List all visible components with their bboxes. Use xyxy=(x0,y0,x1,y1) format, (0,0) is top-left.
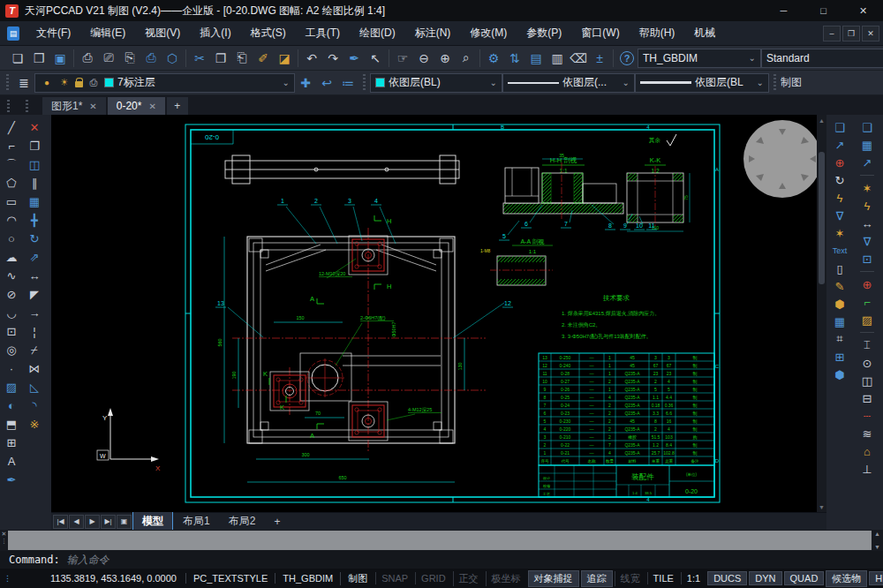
menu-item-11[interactable]: 帮助(H) xyxy=(630,22,685,44)
break-tool-icon[interactable]: ⌿ xyxy=(24,341,45,359)
menu-item-5[interactable]: 工具(T) xyxy=(296,22,350,44)
circle-tool-icon[interactable]: ○ xyxy=(1,230,22,248)
tolerance-box-icon[interactable]: ⊡ xyxy=(857,250,878,268)
toggle-TILE[interactable]: TILE xyxy=(647,572,679,584)
printer-icon[interactable]: ⎙ xyxy=(87,73,101,93)
ellipse-tool-icon[interactable]: ⊘ xyxy=(1,285,22,304)
menu-item-6[interactable]: 绘图(D) xyxy=(350,22,405,44)
erase-tool-icon[interactable]: ✕ xyxy=(24,118,45,137)
point-tool-icon[interactable]: · xyxy=(1,359,22,378)
roughness-2-icon[interactable]: ∇ xyxy=(857,232,878,250)
menu-item-12[interactable]: 机械 xyxy=(684,22,725,44)
hatch-tool-icon[interactable]: ▨ xyxy=(1,378,22,396)
line-tool-icon[interactable]: ╱ xyxy=(1,118,22,137)
arc-tool-icon[interactable]: ⌒ xyxy=(1,155,22,174)
break-point-tool-icon[interactable]: ¦ xyxy=(24,322,45,341)
toggle-DYN[interactable]: DYN xyxy=(749,571,781,585)
table-tool-icon[interactable]: ⊞ xyxy=(1,433,22,452)
rectangle-tool-icon[interactable]: ▭ xyxy=(1,192,22,211)
spline-tool-icon[interactable]: ∿ xyxy=(1,267,22,285)
toggle-DUCS[interactable]: DUCS xyxy=(707,571,747,585)
dim-arrow-icon[interactable]: ↔ xyxy=(857,215,878,232)
scale-tool-icon[interactable]: ⇗ xyxy=(24,248,45,267)
scrollbar-thumb[interactable] xyxy=(819,152,825,284)
menu-item-4[interactable]: 格式(S) xyxy=(241,22,296,44)
datum-symbol-icon[interactable]: ⊕ xyxy=(829,154,850,171)
canvas-vertical-scrollbar[interactable]: ▲ ▼ xyxy=(817,115,826,512)
gradient-tool-icon[interactable]: ◐ xyxy=(1,396,22,415)
tool-palettes-icon[interactable]: ▥ xyxy=(547,49,568,68)
tab-layout2[interactable]: 布局2 xyxy=(220,512,265,531)
toolbar-grip[interactable] xyxy=(4,74,11,92)
doc-tab-0-20[interactable]: 0-20* ✕ xyxy=(108,97,165,115)
bolt-part-icon[interactable]: ⌶ xyxy=(857,336,878,354)
parts-3d-icon[interactable]: ⬢ xyxy=(829,295,850,313)
zoom-out-icon[interactable]: ⊖ xyxy=(413,49,434,68)
insert-block-tool-icon[interactable]: ⊡ xyxy=(1,322,22,341)
3d-orbit-icon[interactable]: ⬡ xyxy=(162,49,183,68)
new-layer-icon[interactable]: ✚ xyxy=(295,73,316,93)
chamfer-tool-icon[interactable]: ◺ xyxy=(24,378,45,396)
view-rotate-icon[interactable]: ↻ xyxy=(829,171,850,189)
last-tab-button[interactable]: ▶| xyxy=(101,515,116,529)
new-layout-button[interactable]: + xyxy=(265,514,289,530)
close-button[interactable]: ✕ xyxy=(843,0,883,21)
housing-part-icon[interactable]: ⌂ xyxy=(857,442,878,460)
properties-panel-icon[interactable]: ▤ xyxy=(525,49,547,68)
close-icon[interactable]: ✕ xyxy=(2,531,7,538)
shaft-part-icon[interactable]: ⊥ xyxy=(857,460,878,478)
datum-2-icon[interactable]: ⊕ xyxy=(857,275,878,293)
menu-item-0[interactable]: 文件(F) xyxy=(26,22,80,44)
toggle-GRID[interactable]: GRID xyxy=(415,572,451,584)
toggle-线宽[interactable]: 线宽 xyxy=(615,571,645,586)
text-style-combo[interactable]: Standard xyxy=(761,49,883,68)
toggle-正交[interactable]: 正交 xyxy=(453,571,484,586)
prev-tab-button[interactable]: ◀ xyxy=(69,515,84,529)
layer-properties-icon[interactable]: ≣ xyxy=(13,73,34,93)
title-table-icon[interactable]: ▦ xyxy=(857,136,878,154)
match-properties-icon[interactable]: ◪ xyxy=(274,49,295,68)
menu-item-7[interactable]: 标注(N) xyxy=(405,22,461,44)
pan-icon[interactable]: ☞ xyxy=(392,49,413,68)
toggle-HKAKU[interactable]: HKAKU xyxy=(869,571,883,585)
layer-previous-icon[interactable]: ↩ xyxy=(316,73,337,93)
workspace-field[interactable]: 制图 xyxy=(340,572,374,585)
solid-box-icon[interactable]: ⬢ xyxy=(829,366,850,383)
menu-item-9[interactable]: 参数(P) xyxy=(517,22,571,44)
scroll-down-icon[interactable]: ▼ xyxy=(874,544,880,550)
nut-part-icon[interactable]: ⊙ xyxy=(857,354,878,372)
navigation-wheel[interactable] xyxy=(743,120,817,198)
quick-dim-icon[interactable]: ϟ xyxy=(829,189,850,207)
text-tool-icon[interactable]: A xyxy=(1,452,22,471)
frame-insert-2-icon[interactable]: ❑ xyxy=(857,118,878,136)
toolbar-grip[interactable] xyxy=(24,100,30,112)
linetype-combo[interactable]: 依图层(... ⌄ xyxy=(502,73,635,93)
lock-icon[interactable] xyxy=(75,81,83,87)
quick-dim-2-icon[interactable]: ϟ xyxy=(857,197,878,215)
new-file-icon[interactable]: ❏ xyxy=(7,49,28,68)
revision-cloud-tool-icon[interactable]: ☁ xyxy=(1,248,22,267)
offset-tool-icon[interactable]: ∥ xyxy=(24,174,45,192)
stretch-tool-icon[interactable]: ↔ xyxy=(24,267,45,285)
lineweight-combo[interactable]: 依图层(BL ⌄ xyxy=(635,73,769,93)
copy-tool-icon[interactable]: ❐ xyxy=(24,137,45,155)
quick-select-icon[interactable]: ↖ xyxy=(365,49,386,68)
command-line[interactable]: Command: 输入命令 xyxy=(0,551,883,569)
toggle-极坐标[interactable]: 极坐标 xyxy=(486,571,526,586)
frame-insert-icon[interactable]: ❑ xyxy=(829,118,850,136)
bulb-icon[interactable]: ● xyxy=(40,73,54,93)
command-input[interactable]: 输入命令 xyxy=(67,553,109,568)
seal-part-icon[interactable]: ⊟ xyxy=(857,389,878,407)
maximize-button[interactable]: □ xyxy=(804,0,843,21)
menu-item-1[interactable]: 编辑(E) xyxy=(80,22,135,44)
text-style-field[interactable]: PC_TEXTSTYLE xyxy=(185,573,275,584)
tab-layout1[interactable]: 布局1 xyxy=(174,512,219,531)
menu-item-8[interactable]: 修改(M) xyxy=(460,22,517,44)
color-combo[interactable]: 依图层(BL) ⌄ xyxy=(370,73,502,93)
toggle-1:1[interactable]: 1:1 xyxy=(681,572,706,584)
cut-icon[interactable]: ✂ xyxy=(189,49,210,68)
plot-icon[interactable]: ⎙ xyxy=(77,49,98,68)
redo-icon[interactable]: ↷ xyxy=(322,49,343,68)
toggle-QUAD[interactable]: QUAD xyxy=(784,571,825,585)
array-tool-icon[interactable]: ▦ xyxy=(24,192,45,211)
